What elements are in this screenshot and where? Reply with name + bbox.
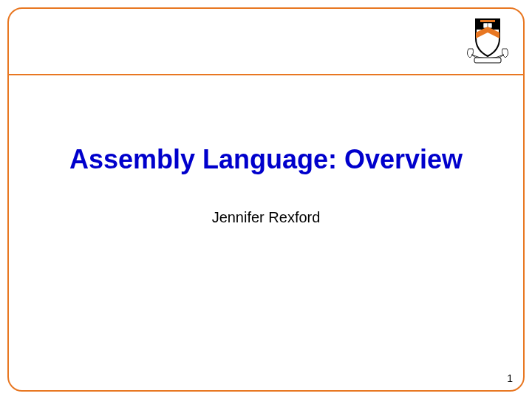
- svg-rect-4: [474, 58, 501, 63]
- author-name: Jennifer Rexford: [0, 209, 532, 226]
- page-title: Assembly Language: Overview: [0, 144, 532, 175]
- page-number: 1: [507, 372, 513, 384]
- slide-outer-frame: [7, 7, 525, 392]
- header-divider: [7, 74, 525, 75]
- princeton-shield-icon: [464, 13, 511, 66]
- svg-rect-1: [480, 20, 495, 22]
